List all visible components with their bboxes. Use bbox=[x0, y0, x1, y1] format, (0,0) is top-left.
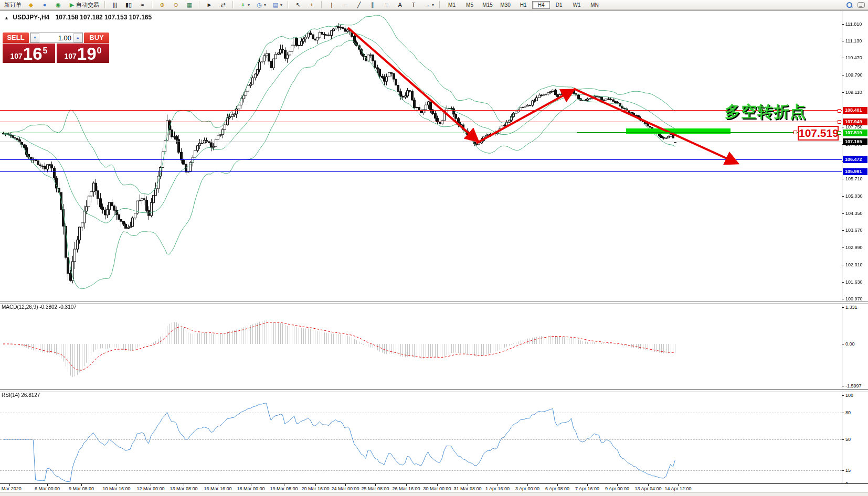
trendline-button[interactable]: ╱ bbox=[352, 0, 366, 9]
price-axis-tick bbox=[842, 58, 844, 58]
sell-price-panel[interactable]: 107 16 5 bbox=[3, 44, 55, 63]
community-button[interactable]: ● bbox=[38, 0, 51, 9]
periods-icon: ◷ bbox=[255, 1, 263, 9]
tile-windows-button[interactable]: ▦ bbox=[183, 0, 196, 9]
buy-price-sup: 0 bbox=[97, 46, 102, 56]
volume-decrease-button[interactable]: ▼ bbox=[30, 33, 39, 42]
new-order-button[interactable]: 新订单 bbox=[2, 0, 24, 9]
line-anchor[interactable] bbox=[838, 131, 841, 135]
channel-button[interactable]: ∥ bbox=[366, 0, 379, 9]
rsi-canvas[interactable] bbox=[0, 391, 842, 483]
chat-icon[interactable] bbox=[858, 2, 865, 8]
main-toolbar: 新订单 ◆ ● ◉ ▶ 自动交易 ||| ▮▯ ≈ ⊕ ⊖ ▦ ► ⇄ +▾ bbox=[0, 0, 868, 10]
time-axis-label: 1 Apr 16:00 bbox=[485, 486, 510, 491]
red-trendline-2[interactable] bbox=[477, 91, 572, 143]
macd-axis-tick bbox=[842, 344, 844, 344]
candlestick-chart-button[interactable]: ▮▯ bbox=[122, 0, 135, 9]
panel-separator[interactable] bbox=[0, 389, 868, 392]
timeframe-button-h4[interactable]: H4 bbox=[532, 1, 550, 9]
macd-axis-tick bbox=[842, 307, 844, 308]
macd-axis-label: 0.00 bbox=[845, 341, 855, 347]
ohlc-values: 107.158 107.182 107.153 107.165 bbox=[56, 14, 152, 21]
time-axis-label: 30 Mar 00:00 bbox=[423, 486, 451, 491]
price-axis[interactable]: 111.810111.130110.470109.790109.110107.7… bbox=[842, 11, 868, 301]
line-chart-button[interactable]: ≈ bbox=[135, 0, 149, 9]
line-anchor[interactable] bbox=[838, 120, 841, 124]
time-axis-label: 9 Mar 08:00 bbox=[69, 486, 94, 491]
autotrading-button[interactable]: ▶ 自动交易 bbox=[65, 0, 102, 9]
red-trendline-1[interactable] bbox=[348, 28, 477, 140]
price-axis-label: 102.310 bbox=[845, 262, 863, 267]
new-order-label: 新订单 bbox=[4, 1, 22, 9]
vertical-line-button[interactable]: | bbox=[325, 0, 338, 9]
zoom-out-button[interactable]: ⊖ bbox=[169, 0, 183, 9]
toolbar-right-group bbox=[844, 2, 868, 8]
price-tag-107.949: 107.949 bbox=[843, 118, 867, 125]
red-trendline-3[interactable] bbox=[574, 89, 736, 163]
rsi-panel[interactable]: RSI(14) 26.8127 bbox=[0, 391, 842, 483]
timeframe-button-w1[interactable]: W1 bbox=[568, 1, 586, 9]
autotrading-label: 自动交易 bbox=[76, 1, 99, 9]
buy-button[interactable]: BUY bbox=[84, 33, 109, 43]
line-anchor[interactable] bbox=[838, 109, 841, 113]
toolbar-separator bbox=[152, 1, 153, 8]
timeframe-button-m1[interactable]: M1 bbox=[443, 1, 461, 9]
time-axis-label: 13 Apr 04:00 bbox=[634, 486, 661, 491]
signals-icon: ◉ bbox=[54, 1, 62, 9]
timeframe-button-h1[interactable]: H1 bbox=[514, 1, 532, 9]
time-axis[interactable]: 4 Mar 20206 Mar 00:009 Mar 08:0010 Mar 1… bbox=[0, 483, 868, 492]
collapse-panel-icon[interactable]: ▲ bbox=[4, 15, 9, 20]
text-tool-icon: A bbox=[396, 1, 404, 9]
periods-button[interactable]: ◷▾ bbox=[252, 0, 269, 9]
templates-button[interactable]: ▤▾ bbox=[269, 0, 285, 9]
history-center-button[interactable]: ◆ bbox=[24, 0, 38, 9]
cursor-button[interactable]: ↖ bbox=[291, 0, 305, 9]
timeframe-button-m30[interactable]: M30 bbox=[496, 1, 514, 9]
fibonacci-icon: ≡ bbox=[382, 1, 390, 9]
label-tool-button[interactable]: T bbox=[407, 0, 420, 9]
timeframe-button-d1[interactable]: D1 bbox=[550, 1, 568, 9]
sell-button[interactable]: SELL bbox=[3, 33, 29, 43]
time-axis-label: 3 Apr 00:00 bbox=[515, 486, 539, 491]
text-tool-button[interactable]: A bbox=[393, 0, 407, 9]
horizontal-line-button[interactable]: ─ bbox=[338, 0, 352, 9]
toolbar-separator bbox=[199, 1, 200, 8]
crosshair-button[interactable]: + bbox=[305, 0, 319, 9]
volume-widget: ▼ ▲ bbox=[30, 33, 83, 43]
fibonacci-button[interactable]: ≡ bbox=[379, 0, 393, 9]
timeframe-button-m15[interactable]: M15 bbox=[479, 1, 496, 9]
price-axis-tick bbox=[842, 75, 844, 76]
bar-chart-button[interactable]: ||| bbox=[108, 0, 122, 9]
timeframe-button-mn[interactable]: MN bbox=[586, 1, 604, 9]
macd-canvas[interactable] bbox=[0, 303, 842, 389]
main-price-chart[interactable]: 多空转折点 107.519 bbox=[0, 11, 842, 301]
price-axis-label: 111.810 bbox=[845, 21, 862, 27]
time-axis-label: 9 Apr 00:00 bbox=[605, 486, 629, 491]
buy-price-panel[interactable]: 107 19 0 bbox=[57, 44, 109, 63]
macd-axis: 1.3310.00-1.5997 bbox=[842, 303, 868, 389]
rsi-level-80 bbox=[0, 413, 842, 413]
time-axis-label: 6 Mar 00:00 bbox=[35, 486, 60, 491]
timeframe-button-m5[interactable]: M5 bbox=[461, 1, 479, 9]
panel-separator[interactable] bbox=[0, 301, 868, 304]
chart-shift-button[interactable]: ⇄ bbox=[216, 0, 230, 9]
signals-button[interactable]: ◉ bbox=[51, 0, 65, 9]
volume-increase-button[interactable]: ▲ bbox=[73, 33, 82, 42]
zoom-in-button[interactable]: ⊕ bbox=[155, 0, 169, 9]
macd-panel[interactable]: MACD(12,26,9) -0.3802 -0.3107 bbox=[0, 303, 842, 389]
callout-anchor[interactable] bbox=[793, 131, 797, 134]
dropdown-caret-icon: ▾ bbox=[280, 3, 282, 7]
toolbar-separator bbox=[232, 1, 234, 8]
macd-axis-label: -1.5997 bbox=[845, 383, 862, 389]
autotrading-icon: ▶ bbox=[68, 1, 76, 9]
turning-point-annotation[interactable]: 多空转折点 bbox=[725, 101, 806, 123]
auto-scroll-button[interactable]: ► bbox=[203, 0, 216, 9]
price-callout-box[interactable]: 107.519 bbox=[798, 126, 839, 141]
rsi-level-50 bbox=[0, 439, 842, 440]
price-tag-108.401: 108.401 bbox=[843, 107, 867, 114]
search-icon[interactable] bbox=[846, 2, 852, 8]
indicators-button[interactable]: +▾ bbox=[236, 0, 252, 9]
arrows-tool-button[interactable]: →▾ bbox=[420, 0, 437, 9]
trendlines-overlay[interactable] bbox=[0, 11, 842, 301]
volume-input[interactable] bbox=[39, 33, 73, 42]
